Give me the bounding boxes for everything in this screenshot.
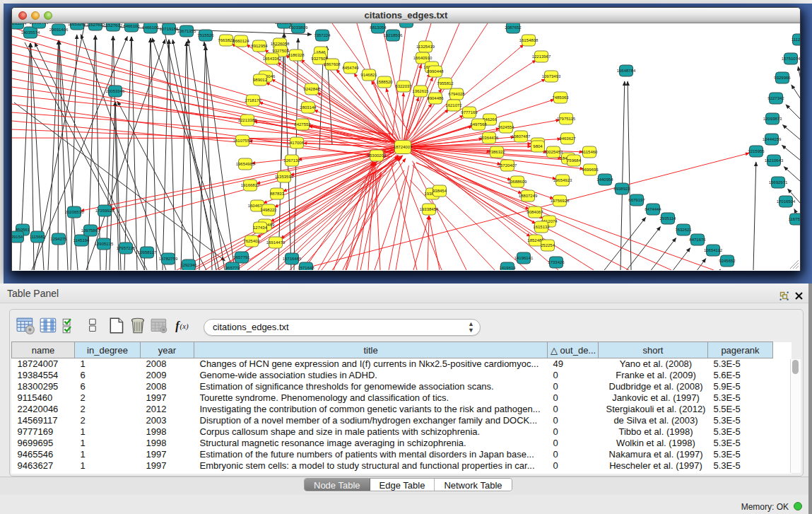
svg-text:7955812: 7955812	[437, 81, 454, 86]
svg-text:20364436: 20364436	[480, 136, 499, 140]
svg-text:16914479: 16914479	[266, 240, 286, 245]
svg-text:9463627: 9463627	[559, 136, 576, 141]
svg-text:2935114: 2935114	[660, 216, 677, 221]
svg-text:1115682: 1115682	[30, 235, 46, 239]
svg-text:19218506: 19218506	[384, 33, 403, 37]
svg-text:10975867: 10975867	[81, 228, 100, 233]
svg-text:8938923: 8938923	[613, 187, 630, 191]
svg-text:887833: 887833	[270, 192, 285, 196]
svg-text:17975115: 17975115	[557, 117, 576, 121]
svg-text:3624554: 3624554	[498, 125, 514, 129]
svg-text:8471676: 8471676	[689, 238, 706, 242]
svg-text:12213382: 12213382	[238, 118, 257, 122]
svg-text:12444159: 12444159	[763, 137, 782, 141]
svg-text:1362615: 1362615	[412, 89, 429, 93]
svg-text:9329966: 9329966	[774, 76, 791, 80]
svg-text:10671355: 10671355	[177, 29, 196, 33]
svg-text:16107553: 16107553	[233, 139, 252, 143]
svg-text:6679197: 6679197	[628, 198, 645, 202]
svg-text:25300203: 25300203	[367, 153, 387, 158]
svg-text:1440954: 1440954	[596, 177, 613, 182]
svg-text:15692971: 15692971	[769, 180, 788, 185]
svg-text:10719185: 10719185	[160, 27, 179, 31]
svg-text:1145194: 1145194	[73, 238, 90, 243]
svg-text:6466100: 6466100	[123, 24, 140, 28]
svg-text:11527602: 11527602	[104, 23, 123, 28]
svg-text:16033809: 16033809	[275, 23, 294, 25]
svg-text:11325419: 11325419	[416, 45, 435, 49]
svg-text:8660124: 8660124	[233, 39, 249, 43]
svg-text:2803144: 2803144	[300, 105, 317, 110]
svg-text:10025453: 10025453	[544, 150, 563, 154]
svg-text:9804: 9804	[533, 144, 543, 148]
svg-text:1419614: 1419614	[499, 266, 516, 270]
svg-text:7386322: 7386322	[488, 150, 505, 154]
svg-text:11353594: 11353594	[275, 175, 294, 179]
svg-text:11527602: 11527602	[86, 23, 105, 27]
svg-text:16210643: 16210643	[765, 158, 784, 163]
svg-text:16033809: 16033809	[289, 25, 308, 30]
svg-text:759684: 759684	[567, 158, 582, 163]
svg-text:6794028: 6794028	[448, 92, 465, 96]
svg-text:17957225: 17957225	[117, 246, 136, 250]
svg-text:357232: 357232	[399, 23, 414, 24]
svg-text:6497568: 6497568	[470, 122, 487, 127]
svg-text:12093873: 12093873	[763, 117, 782, 121]
svg-text:19338454: 19338454	[420, 207, 439, 211]
svg-text:1621072: 1621072	[445, 103, 462, 107]
svg-text:7357224: 7357224	[314, 33, 331, 37]
svg-text:16154808: 16154808	[519, 38, 539, 42]
svg-text:8186328: 8186328	[288, 53, 305, 57]
svg-text:18724007: 18724007	[394, 145, 413, 149]
svg-text:17359928: 17359928	[95, 209, 114, 213]
svg-text:19654985: 19654985	[236, 162, 255, 166]
svg-text:9904486: 9904486	[427, 96, 444, 100]
svg-text:9657791: 9657791	[233, 255, 250, 259]
svg-text:1588520: 1588520	[376, 80, 393, 84]
svg-text:127434: 127434	[253, 226, 268, 230]
svg-text:(x): (x)	[180, 322, 189, 331]
svg-text:12213967: 12213967	[532, 54, 551, 59]
svg-text:17016504: 17016504	[777, 199, 796, 204]
svg-text:10688609: 10688609	[508, 180, 527, 184]
svg-text:8474444: 8474444	[645, 207, 661, 211]
svg-text:9227342: 9227342	[767, 96, 784, 100]
svg-text:39154: 39154	[12, 235, 23, 239]
svg-text:252254: 252254	[541, 243, 555, 247]
svg-text:9084067: 9084067	[526, 210, 543, 214]
svg-text:9327503: 9327503	[272, 49, 289, 53]
svg-text:14035574: 14035574	[21, 30, 40, 35]
svg-text:1615132: 1615132	[533, 225, 550, 229]
svg-text:1294275: 1294275	[50, 237, 67, 241]
svg-text:15720407: 15720407	[498, 163, 517, 168]
svg-text:3267130: 3267130	[283, 158, 300, 163]
svg-text:15716485: 15716485	[283, 257, 302, 261]
svg-text:14035574: 14035574	[12, 23, 27, 25]
svg-text:7632621: 7632621	[675, 228, 692, 232]
svg-text:9146821: 9146821	[360, 73, 377, 77]
svg-text:16782759: 16782759	[159, 257, 178, 261]
svg-text:7485063: 7485063	[552, 95, 569, 100]
svg-text:1292346: 1292346	[180, 263, 197, 267]
svg-text:8912954: 8912954	[251, 44, 268, 48]
svg-text:18807249: 18807249	[519, 194, 538, 198]
svg-text:10973493: 10973493	[542, 74, 561, 78]
svg-text:9245652: 9245652	[719, 259, 736, 263]
svg-text:3215955: 3215955	[748, 149, 765, 153]
svg-text:1571648: 1571648	[298, 266, 314, 270]
svg-text:16640910: 16640910	[413, 56, 433, 60]
svg-text:10807487: 10807487	[512, 134, 531, 139]
svg-text:9242848: 9242848	[303, 87, 320, 91]
svg-text:3498222: 3498222	[260, 208, 277, 212]
svg-text:8990448: 8990448	[427, 69, 444, 74]
svg-text:8813054: 8813054	[370, 25, 387, 30]
svg-text:1733426: 1733426	[548, 260, 565, 264]
svg-text:9777169: 9777169	[461, 110, 478, 115]
svg-text:6466100: 6466100	[142, 25, 159, 30]
svg-text:6322037: 6322037	[395, 84, 412, 88]
svg-text:7625402: 7625402	[243, 239, 260, 243]
svg-text:8427552: 8427552	[294, 122, 311, 127]
svg-text:965779: 965779	[225, 266, 240, 270]
svg-text:20691406: 20691406	[49, 28, 69, 32]
svg-text:19756928: 19756928	[551, 199, 570, 203]
